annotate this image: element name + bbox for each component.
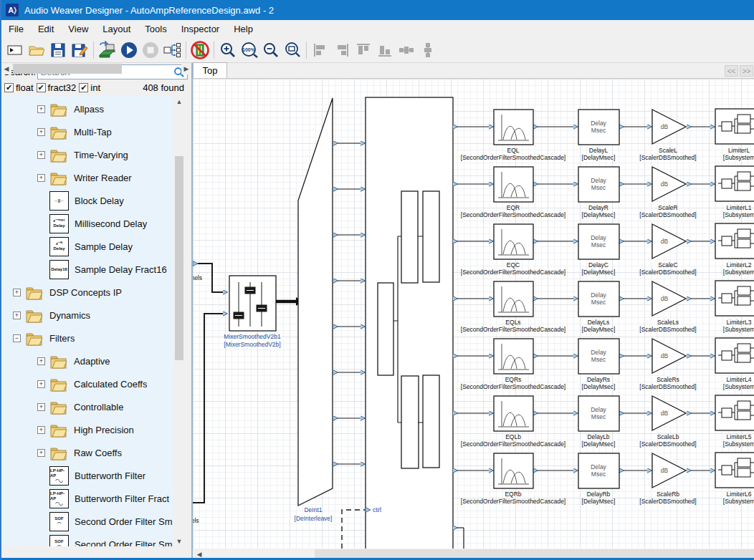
tree-item-second-order-filter-sm[interactable]: SOF◠Second Order Filter Sm [1,510,173,533]
limiter-block[interactable]: LimiterL5 [Subsystem [715,395,754,448]
tree-item-dsp-concepts-ip[interactable]: +DSP Concepts IP [1,281,173,304]
eq-block[interactable]: EQRb [SecondOrderFilterSmoothedCascade] [461,453,566,505]
target-hardware-button[interactable] [97,39,118,61]
scaler-block[interactable]: dB ScaleR [ScalerDBSmoothed] [639,167,696,218]
expand-plus-icon[interactable]: + [37,426,45,434]
distribute-vertical-button[interactable] [417,39,439,61]
open-button[interactable] [26,39,47,61]
collapse-minus-icon[interactable]: − [13,334,21,342]
zoom-out-button[interactable] [260,39,282,61]
tree-item-second-order-filter-sm[interactable]: SOF◠Second Order Filter Sm [1,533,173,546]
processing-row[interactable]: EQRs [SecondOrderFilterSmoothedCascade] … [453,338,754,390]
server-disconnected-button[interactable] [189,39,211,61]
tree-item-multi-tap[interactable]: +Multi-Tap [1,120,173,143]
new-button[interactable] [4,39,26,61]
tree-item-butterworth-filter-fract[interactable]: LP-HP-AP◠◡Butterworth Filter Fract [1,487,173,510]
processing-row[interactable]: EQR [SecondOrderFilterSmoothedCascade] D… [453,166,754,218]
menu-layout[interactable]: Layout [95,21,138,37]
expand-plus-icon[interactable]: + [37,357,45,365]
expand-plus-icon[interactable]: + [37,380,45,388]
align-top-button[interactable] [353,39,374,61]
save-button[interactable] [47,39,69,61]
delay-block[interactable]: Delay Msec DelayC [DelayMsec] [578,224,619,276]
tree-item-filters[interactable]: −Filters [1,327,173,349]
eq-block[interactable]: EQLs [SecondOrderFilterSmoothedCascade] [461,281,566,333]
design-canvas[interactable]: channels 1] annels MixerSmoothedV2 [193,79,754,549]
menu-file[interactable]: File [1,21,31,37]
expand-plus-icon[interactable]: + [37,449,45,457]
menu-inspector[interactable]: Inspector [174,21,226,37]
scaler-block[interactable]: dB ScaleRs [ScalerDBSmoothed] [639,339,696,390]
tree-scrollbar-thumb[interactable] [175,156,183,360]
tab-nav-prev-button[interactable]: << [725,65,738,77]
zoom-actual-button[interactable]: 100% [239,39,260,61]
mixer-block[interactable]: MixerSmoothedV2b1 [MixerSmoothedV2b] [224,276,281,348]
limiter-block[interactable]: LimiterL [Subsystem [715,109,754,161]
delay-block[interactable]: Delay Msec DelayRb [DelayMsec] [578,453,619,505]
tree-vertical-scrollbar[interactable]: ▲ ▼ [174,96,184,546]
tree-item-high-precision[interactable]: +High Precision [1,418,173,441]
tree-item-controllable[interactable]: +Controllable [1,395,173,418]
fract32-checkbox[interactable]: ✔ [37,83,46,92]
scaler-block[interactable]: dB ScaleLs [ScalerDBSmoothed] [639,281,696,333]
eq-block[interactable]: EQL [SecondOrderFilterSmoothedCascade] [461,110,566,161]
scaler-block[interactable]: dB ScaleC [ScalerDBSmoothed] [639,224,696,276]
expand-plus-icon[interactable]: + [13,312,21,319]
delay-block[interactable]: Delay Msec DelayLs [DelayMsec] [578,281,619,333]
tree-item-butterworth-filter[interactable]: LP-HP-AP◠◡Butterworth Filter [1,464,173,487]
menu-view[interactable]: View [61,21,95,37]
expand-plus-icon[interactable]: + [13,289,21,296]
tree-item-adaptive[interactable]: +Adaptive [1,349,173,372]
tree-item-dynamics[interactable]: +Dynamics [1,304,173,327]
expand-plus-icon[interactable]: + [37,105,45,113]
scaler-block[interactable]: dB ScaleL [ScalerDBSmoothed] [639,110,696,161]
expand-plus-icon[interactable]: + [37,128,45,136]
eq-block[interactable]: EQLb [SecondOrderFilterSmoothedCascade] [461,396,566,448]
tree-hscrollbar-thumb[interactable] [13,64,122,74]
tab-top[interactable]: Top [193,62,227,78]
delay-block[interactable]: Delay Msec DelayR [DelayMsec] [578,167,619,218]
eq-block[interactable]: EQRs [SecondOrderFilterSmoothedCascade] [461,339,566,390]
processing-row[interactable]: EQC [SecondOrderFilterSmoothedCascade] D… [453,223,754,276]
deinterleave-block[interactable]: DeInt1 [DeInterleave] [295,98,333,522]
stop-button[interactable] [140,39,161,61]
processing-row[interactable]: EQLb [SecondOrderFilterSmoothedCascade] … [453,395,754,448]
processing-subsystem-block[interactable] [366,97,453,549]
scaler-block[interactable]: dB ScaleRb [ScalerDBSmoothed] [639,453,696,505]
expand-plus-icon[interactable]: + [37,174,45,182]
save-as-button[interactable] [69,39,90,61]
zoom-fit-button[interactable] [282,39,303,61]
tree-item-millisecond-delay[interactable]: z⁻ᵐˢᵉᶜDelayMillisecond Delay [1,212,173,235]
align-left-button[interactable] [310,39,331,61]
processing-row[interactable]: EQRb [SecondOrderFilterSmoothedCascade] … [453,453,754,505]
int-checkbox[interactable]: ✔ [79,83,88,92]
tree-item-writer-reader[interactable]: +Writer Reader [1,166,173,189]
delay-block[interactable]: Delay Msec DelayLb [DelayMsec] [578,396,619,448]
tree-item-block-delay[interactable]: →||←Block Delay [1,189,173,212]
scroll-down-icon[interactable]: ▼ [174,536,184,546]
scroll-left-icon[interactable]: ◀ [1,63,11,74]
scroll-right-icon[interactable]: ▶ [181,63,191,74]
tree-item-time-varying[interactable]: +Time-Varying [1,143,173,166]
tab-nav-next-button[interactable]: >> [740,65,753,77]
eq-block[interactable]: EQR [SecondOrderFilterSmoothedCascade] [461,167,566,218]
limiter-block[interactable]: LimiterL6 [Subsystem [715,453,754,505]
menu-tools[interactable]: Tools [138,21,173,37]
tree-item-allpass[interactable]: +Allpass [1,97,173,120]
processing-row[interactable]: EQL [SecondOrderFilterSmoothedCascade] D… [453,109,754,161]
distribute-horizontal-button[interactable] [396,39,417,61]
delay-block[interactable]: Delay Msec DelayL [DelayMsec] [578,110,619,161]
tree-item-sample-delay[interactable]: z⁻ᴺDelaySample Delay [1,235,173,258]
expand-plus-icon[interactable]: + [37,403,45,411]
menu-help[interactable]: Help [226,21,260,37]
align-right-button[interactable] [331,39,353,61]
processing-row[interactable]: EQLs [SecondOrderFilterSmoothedCascade] … [453,281,754,333]
scroll-up-icon[interactable]: ▲ [174,96,184,107]
menu-edit[interactable]: Edit [31,21,61,37]
delay-block[interactable]: Delay Msec DelayRs [DelayMsec] [578,339,619,390]
limiter-block[interactable]: LimiterL2 [Subsystem [715,223,754,276]
tree-item-sample-delay-fract16[interactable]: Delay16Sample Delay Fract16 [1,258,173,281]
limiter-block[interactable]: LimiterL4 [Subsystem [715,338,754,390]
propagate-changes-button[interactable] [161,39,183,61]
eq-block[interactable]: EQC [SecondOrderFilterSmoothedCascade] [461,224,566,276]
